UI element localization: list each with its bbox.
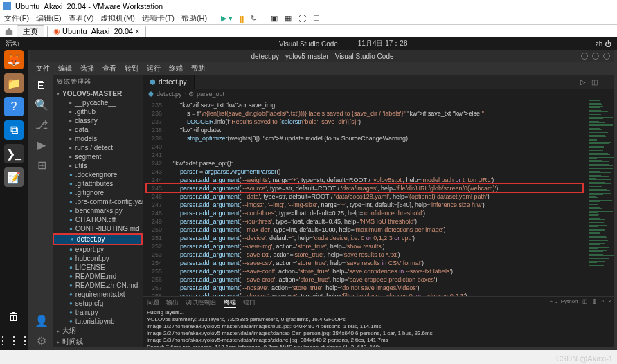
vs-menu-help[interactable]: 帮助 [191,64,205,73]
tree-item-utils[interactable]: ▸ utils [53,161,143,170]
term-tab-debug[interactable]: 调试控制台 [186,298,217,308]
term-tab-output[interactable]: 输出 [166,298,179,308]
vm-menu-edit[interactable]: 编辑(E) [36,13,62,24]
code-editor[interactable]: 2352362372382392402412422432442452462472… [143,100,614,296]
activities-button[interactable]: 活动 [6,39,19,48]
vs-menu-view[interactable]: 查看 [102,64,116,73]
vm-menu-tabs[interactable]: 选项卡(T) [142,13,175,24]
tree-item--pycache-[interactable]: ▸ __pycache__ [53,98,143,107]
tree-item-contributing-md[interactable]: ● CONTRIBUTING.md [53,224,143,233]
tree-item--dockerignore[interactable]: ● .dockerignore [53,170,143,179]
tree-item--github[interactable]: ▸ .github [53,107,143,116]
activity-settings-icon[interactable]: ⚙ [37,334,46,347]
vs-menu-go[interactable]: 转到 [125,64,138,73]
vmware-tabbar: 主页 ◉ Ubuntu_Akaxi_20.04 × [0,25,617,37]
activity-debug-icon[interactable]: ▶ [37,138,46,152]
tree-item-requirements-txt[interactable]: ● requirements.txt [53,290,143,299]
vm-power-dropdown[interactable]: ▶ ▾ [221,14,233,23]
vm-restart-button[interactable]: ↻ [251,14,257,23]
vm-fullscreen-button[interactable]: ⛶ [298,15,306,23]
term-split-icon[interactable]: ◫ [582,298,588,304]
term-tab-ports[interactable]: 端口 [243,298,256,308]
dock-firefox[interactable]: 🦊 [4,50,24,69]
vm-snapshot-mgr-button[interactable]: ▦ [285,14,292,23]
run-button-icon[interactable]: ▷ [580,78,586,86]
activity-extensions-icon[interactable]: ⊞ [37,158,46,172]
vm-menu-file[interactable]: 文件(F) [4,13,29,24]
activity-explorer-icon[interactable]: 🗎 [36,79,47,91]
home-icon[interactable] [4,26,14,36]
dock-vscode[interactable]: ⧉ [4,120,24,140]
vm-tab-ubuntu[interactable]: ◉ Ubuntu_Akaxi_20.04 × [47,26,146,37]
tree-item-models[interactable]: ▸ models [53,134,143,143]
term-max-icon[interactable]: ^ [602,298,605,304]
activity-account-icon[interactable]: 👤 [35,314,48,327]
term-tab-terminal[interactable]: 终端 [224,298,236,308]
vs-menu-run[interactable]: 运行 [147,64,161,73]
editor-tab-detect[interactable]: ⬢detect.py [143,75,195,89]
outline-section[interactable]: ▸大纲 [53,325,143,336]
tree-item-segment[interactable]: ▸ segment [53,152,143,161]
dock-help[interactable]: ? [4,97,24,116]
vs-menu-terminal[interactable]: 终端 [169,64,183,73]
dock-text[interactable]: 📝 [4,167,24,187]
tree-item-tutorial-ipynb[interactable]: ● tutorial.ipynb [53,317,143,325]
win-max[interactable] [592,53,599,60]
tree-item--pre-commit-config-yaml[interactable]: ● .pre-commit-config.yaml [53,197,143,206]
activity-search-icon[interactable]: 🔍 [35,98,48,111]
vm-snapshot-button[interactable]: ▣ [271,14,278,23]
vm-tab-home[interactable]: 主页 [17,25,44,37]
editor-group: ⬢detect.py ▷ ◫ ⋯ ⬢detect.py › ⚙ parse_op… [143,75,614,347]
vs-menu-selection[interactable]: 选择 [80,64,94,73]
term-shell-label[interactable]: + ⌄ Python [550,298,578,304]
timeline-section[interactable]: ▸时间线 [53,336,143,347]
terminal-panel[interactable]: 问题 输出 调试控制台 终端 端口 + ⌄ Python ◫ 🗑 ^ × Fus… [143,296,614,347]
split-editor-icon[interactable]: ◫ [591,78,598,86]
vs-menu-file[interactable]: 文件 [36,64,50,73]
tree-item-data[interactable]: ▸ data [53,125,143,134]
tree-item-classify[interactable]: ▸ classify [53,116,143,125]
dock-terminal[interactable]: ❯_ [4,144,24,163]
tree-item--gitattributes[interactable]: ● .gitattributes [53,179,143,188]
vm-menu-vm[interactable]: 虚拟机(M) [100,13,135,24]
breadcrumb[interactable]: ⬢detect.py › ⚙ parse_opt [143,89,614,100]
tree-root[interactable]: ▾YOLOV5-MASTER [53,89,143,98]
tree-item-setup-cfg[interactable]: ● setup.cfg [53,299,143,308]
term-trash-icon[interactable]: 🗑 [592,298,598,304]
more-actions-icon[interactable]: ⋯ [603,78,610,86]
activity-scm-icon[interactable]: ⎇ [35,118,48,131]
tree-item--gitignore[interactable]: ● .gitignore [53,188,143,197]
tree-item-train-py[interactable]: ● train.py [53,308,143,317]
term-tab-problems[interactable]: 问题 [147,298,159,308]
tree-item-export-py[interactable]: ● export.py [53,245,143,254]
tree-item-readme-zh-cn-md[interactable]: ● README.zh-CN.md [53,281,143,290]
dock-trash[interactable]: 🗑 [4,307,24,327]
tree-item-hubconf-py[interactable]: ● hubconf.py [53,254,143,263]
dock-apps[interactable]: ⋮⋮⋮ [4,331,24,350]
tree-item-benchmarks-py[interactable]: ● benchmarks.py [53,206,143,215]
term-close-icon[interactable]: × [608,298,611,304]
vscode-menubar: 文件 编辑 选择 查看 转到 运行 终端 帮助 [30,62,614,75]
tree-item-runs-detect[interactable]: ▸ runs / detect [53,143,143,152]
ubuntu-dock: 🦊 📁 ? ⧉ ❯_ 📝 🗑 ⋮⋮⋮ [0,37,28,350]
tree-item-citation-cff[interactable]: ● CITATION.cff [53,215,143,224]
vmware-icon [3,2,11,10]
explorer-sidebar: 资源管理器 ▾YOLOV5-MASTER ▸ __pycache__▸ .git… [53,75,143,347]
minimap[interactable] [587,100,614,296]
dock-files[interactable]: 📁 [4,73,24,93]
tree-item-detect-py[interactable]: ● detect.py [53,233,143,245]
vm-menu-view[interactable]: 查看(V) [69,13,94,24]
panel-app-name: Visual Studio Code [279,40,338,48]
win-close[interactable] [603,53,610,60]
win-min[interactable] [581,53,588,60]
tree-item-readme-md[interactable]: ● README.md [53,272,143,281]
vs-menu-edit[interactable]: 编辑 [58,64,72,73]
vm-menu-help[interactable]: 帮助(H) [181,13,207,24]
vmware-title: Ubuntu_Akaxi_20.04 - VMware Workstation [15,2,163,10]
vm-suspend-button[interactable]: || [240,15,244,23]
vscode-window: detect.py - yolov5-master - Visual Studi… [30,50,614,347]
panel-clock[interactable]: 11月4日 17：28 [358,39,408,48]
tree-item-license[interactable]: ● LICENSE [53,263,143,272]
system-tray[interactable]: zh ⏻ [596,40,611,48]
vm-unity-button[interactable]: ☐ [313,14,320,23]
